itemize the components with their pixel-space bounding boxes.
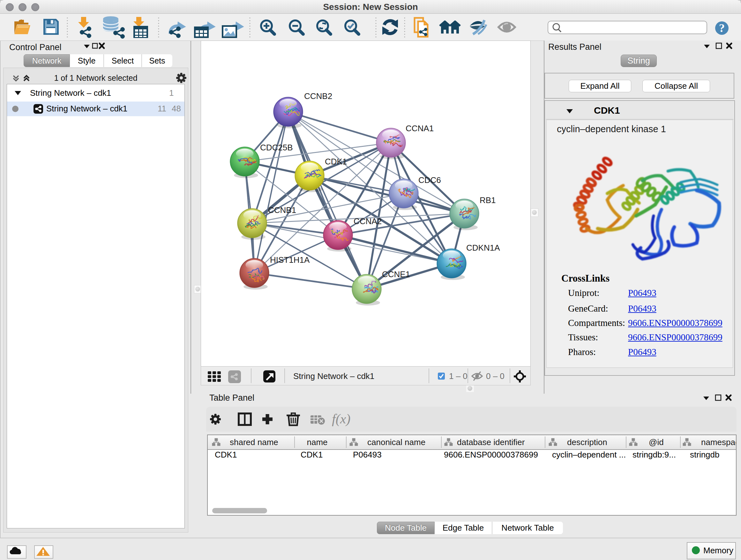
svg-text:CCNA1: CCNA1 [406,124,434,133]
svg-text:CDK1: CDK1 [325,157,347,166]
svg-text:CCNE1: CCNE1 [382,269,410,279]
svg-text:f(x): f(x) [332,412,350,427]
svg-text:canonical name: canonical name [367,437,425,447]
svg-text:String Network – cdk1: String Network – cdk1 [293,371,374,381]
svg-text:0 – 0: 0 – 0 [486,371,504,381]
svg-text:shared name: shared name [230,437,278,447]
svg-text:RB1: RB1 [480,195,496,205]
svg-text:namespac: namespac [701,437,736,447]
svg-text:description: description [567,437,607,447]
svg-text:?: ? [719,22,725,35]
svg-text:CDC6: CDC6 [418,175,441,185]
svg-text:1 – 0: 1 – 0 [449,371,468,381]
svg-text:CCNA2: CCNA2 [354,216,382,226]
svg-text:CDC25B: CDC25B [260,143,293,152]
svg-text:CDKN1A: CDKN1A [466,243,500,253]
svg-text:CCNB1: CCNB1 [268,205,296,215]
svg-text:HIST1H1A: HIST1H1A [270,255,310,265]
svg-text:CCNB2: CCNB2 [304,91,332,101]
svg-text:database identifier: database identifier [457,437,525,447]
svg-text:name: name [307,437,327,447]
svg-text:@id: @id [649,437,664,447]
